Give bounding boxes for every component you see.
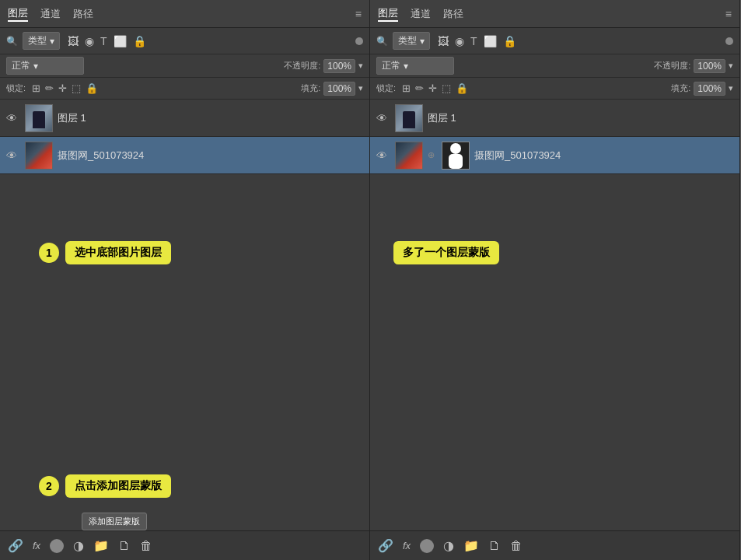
filter-lock-icon[interactable]: 🔒 — [133, 35, 146, 47]
right-layers-panel: 图层 通道 路径 ≡ 🔍 类型 ▾ 🖼 ◉ T ⬜ 🔒 正常 ▾ 不透明度: 1… — [370, 0, 740, 560]
filter-text-icon[interactable]: T — [100, 35, 107, 47]
left-layer-list: 👁 图层 1 👁 摄图网_501073924 — [0, 100, 369, 530]
panel-menu-icon-left[interactable]: ≡ — [355, 8, 362, 20]
left-lock-bar: 锁定: ⊞ ✏ ✛ ⬚ 🔒 填充: 100% ▾ — [0, 78, 369, 100]
fill-arrow-left[interactable]: ▾ — [358, 83, 363, 93]
filter-circle-icon-r[interactable]: ◉ — [455, 35, 464, 47]
toolbar-delete-icon-right[interactable]: 🗑 — [510, 539, 523, 553]
opacity-group-right: 不透明度: 100% ▾ — [654, 59, 733, 73]
layer-name-1-left: 图层 1 — [58, 111, 363, 125]
search-icon-left: 🔍 — [6, 36, 18, 47]
layer-name-2-right: 摄图网_501073924 — [474, 149, 733, 163]
fill-label-right: 填充: — [671, 82, 690, 94]
lock-move-icon-r[interactable]: ✛ — [428, 82, 437, 94]
toolbar-fx-icon-left[interactable]: fx — [33, 540, 40, 551]
lock-frame-icon[interactable]: ⬚ — [72, 82, 81, 94]
left-filter-bar: 🔍 类型 ▾ 🖼 ◉ T ⬜ 🔒 — [0, 28, 369, 54]
lock-padlock-icon[interactable]: 🔒 — [86, 82, 98, 94]
toolbar-adj-icon-left[interactable]: ◑ — [73, 538, 84, 553]
table-row[interactable]: 👁 图层 1 — [370, 100, 739, 137]
eye-icon-layer1-left[interactable]: 👁 — [6, 112, 20, 124]
blend-mode-dropdown-right[interactable]: 正常 ▾ — [376, 57, 454, 75]
right-layer-list: 👁 图层 1 👁 ⊕ — [370, 100, 739, 530]
filter-icons-left: 🖼 ◉ T ⬜ 🔒 — [68, 35, 146, 47]
toolbar-mask-circle-icon-left[interactable] — [50, 539, 64, 553]
table-row[interactable]: 👁 ⊕ 摄图网_501073924 — [370, 137, 739, 174]
filter-image-icon[interactable]: 🖼 — [68, 35, 79, 47]
eye-icon-layer2-left[interactable]: 👁 — [6, 149, 20, 162]
opacity-arrow-left[interactable]: ▾ — [358, 61, 363, 71]
filter-icons-right: 🖼 ◉ T ⬜ 🔒 — [438, 35, 516, 47]
opacity-arrow-right[interactable]: ▾ — [729, 61, 733, 71]
type-dropdown-right[interactable]: 类型 ▾ — [393, 32, 430, 50]
filter-toggle-dot-left[interactable] — [355, 37, 363, 45]
opacity-value-right[interactable]: 100% — [694, 59, 725, 73]
callout-right-text: 多了一个图层蒙版 — [393, 241, 499, 264]
toolbar-link-icon-right[interactable]: 🔗 — [378, 538, 393, 553]
toolbar-folder-icon-right[interactable]: 📁 — [463, 538, 479, 553]
fill-arrow-right[interactable]: ▾ — [729, 83, 733, 93]
layer-mask-thumb[interactable] — [442, 142, 470, 170]
tab-layers-right[interactable]: 图层 — [378, 6, 398, 22]
callout-2-number: 2 — [39, 476, 59, 496]
toolbar-new-icon-left[interactable]: 🗋 — [118, 539, 131, 553]
toolbar-link-icon-left[interactable]: 🔗 — [8, 538, 23, 553]
mask-silhouette-svg — [444, 142, 467, 169]
toolbar-delete-icon-left[interactable]: 🗑 — [140, 539, 152, 553]
eye-icon-layer2-right[interactable]: 👁 — [376, 149, 390, 162]
callout-1: 1 选中底部图片图层 — [39, 241, 171, 264]
fill-value-right[interactable]: 100% — [694, 82, 725, 96]
lock-label-left: 锁定: — [6, 82, 26, 94]
filter-shape-icon[interactable]: ⬜ — [114, 35, 127, 47]
tab-layers-left[interactable]: 图层 — [8, 6, 28, 22]
lock-move-icon[interactable]: ✛ — [58, 82, 67, 94]
tab-channels-right[interactable]: 通道 — [411, 7, 431, 21]
lock-padlock-icon-r[interactable]: 🔒 — [456, 82, 468, 94]
layer-name-1-right: 图层 1 — [428, 111, 733, 125]
panel-menu-icon-right[interactable]: ≡ — [725, 8, 732, 20]
lock-checker-icon[interactable]: ⊞ — [32, 82, 40, 94]
layer-name-2-left: 摄图网_501073924 — [58, 149, 363, 163]
opacity-label-left: 不透明度: — [284, 60, 320, 72]
lock-frame-icon-r[interactable]: ⬚ — [442, 82, 451, 94]
lock-brush-icon-r[interactable]: ✏ — [415, 82, 424, 94]
layer-thumb-2-left — [25, 142, 53, 170]
tab-paths-left[interactable]: 路径 — [73, 7, 93, 21]
toolbar-mask-circle-icon-right[interactable] — [420, 539, 434, 553]
toolbar-adj-icon-right[interactable]: ◑ — [443, 538, 454, 553]
chain-link-icon: ⊕ — [428, 150, 437, 160]
filter-text-icon-r[interactable]: T — [470, 35, 477, 47]
search-icon-right: 🔍 — [376, 36, 388, 47]
callout-right: 多了一个图层蒙版 — [393, 241, 499, 264]
lock-icons-right: ⊞ ✏ ✛ ⬚ 🔒 — [402, 82, 468, 94]
table-row[interactable]: 👁 摄图网_501073924 — [0, 137, 369, 174]
lock-brush-icon[interactable]: ✏ — [45, 82, 54, 94]
filter-shape-icon-r[interactable]: ⬜ — [484, 35, 497, 47]
blend-mode-dropdown-left[interactable]: 正常 ▾ — [6, 57, 84, 75]
left-blend-bar: 正常 ▾ 不透明度: 100% ▾ — [0, 54, 369, 78]
layer-thumb-2-right — [395, 142, 423, 170]
add-mask-tooltip: 添加图层蒙版 — [82, 513, 147, 530]
filter-toggle-dot-right[interactable] — [725, 37, 733, 45]
opacity-value-left[interactable]: 100% — [323, 59, 355, 73]
lock-checker-icon-r[interactable]: ⊞ — [402, 82, 411, 94]
right-bottom-toolbar: 🔗 fx ◑ 📁 🗋 🗑 — [370, 530, 739, 560]
right-panel-header: 图层 通道 路径 ≡ — [370, 0, 739, 28]
type-dropdown-left[interactable]: 类型 ▾ — [23, 32, 60, 50]
tab-channels-left[interactable]: 通道 — [40, 7, 61, 21]
filter-lock-icon-r[interactable]: 🔒 — [503, 35, 516, 47]
eye-icon-layer1-right[interactable]: 👁 — [376, 112, 390, 124]
right-lock-bar: 锁定: ⊞ ✏ ✛ ⬚ 🔒 填充: 100% ▾ — [370, 78, 739, 100]
callout-2: 2 点击添加图层蒙版 — [39, 474, 171, 498]
toolbar-new-icon-right[interactable]: 🗋 — [488, 539, 501, 553]
opacity-label-right: 不透明度: — [654, 60, 690, 72]
fill-value-left[interactable]: 100% — [323, 82, 355, 96]
filter-image-icon-r[interactable]: 🖼 — [438, 35, 449, 47]
toolbar-folder-icon-left[interactable]: 📁 — [93, 538, 109, 553]
table-row[interactable]: 👁 图层 1 — [0, 100, 369, 137]
toolbar-fx-icon-right[interactable]: fx — [403, 540, 411, 551]
callout-1-text: 选中底部图片图层 — [65, 241, 171, 264]
tab-paths-right[interactable]: 路径 — [443, 7, 463, 21]
filter-circle-icon[interactable]: ◉ — [85, 35, 94, 47]
right-blend-bar: 正常 ▾ 不透明度: 100% ▾ — [370, 54, 739, 78]
